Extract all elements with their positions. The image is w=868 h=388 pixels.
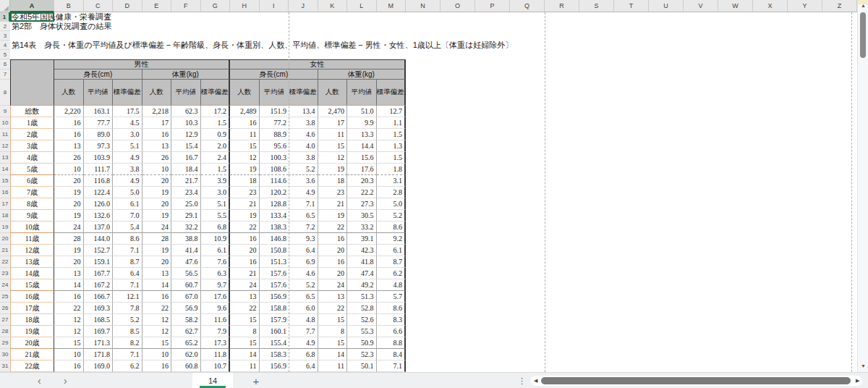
table-cell[interactable]: 6.5 xyxy=(289,291,318,303)
table-cell[interactable]: 12.9 xyxy=(171,129,201,140)
table-header-measure-5[interactable]: 標準偏差 xyxy=(201,80,231,106)
vertical-scrollbar-thumb[interactable] xyxy=(860,12,866,58)
table-cell[interactable]: 169.3 xyxy=(84,303,114,314)
table-cell[interactable]: 6.2 xyxy=(113,360,142,372)
table-cell[interactable]: 13 xyxy=(230,291,260,303)
table-cell[interactable]: 4.6 xyxy=(289,129,318,140)
table-cell[interactable]: 6.8 xyxy=(201,222,231,233)
table-cell[interactable]: 157.6 xyxy=(260,268,289,279)
table-cell[interactable]: 15 xyxy=(230,337,260,349)
table-cell[interactable]: 95.6 xyxy=(260,140,289,152)
table-cell[interactable]: 8.7 xyxy=(113,256,142,268)
table-cell[interactable]: 8 xyxy=(318,326,348,337)
table-cell[interactable]: 41.4 xyxy=(171,245,201,256)
table-cell[interactable]: 12 xyxy=(142,326,172,337)
table-cell[interactable]: 159.1 xyxy=(84,256,114,268)
table-cell[interactable]: 5.2 xyxy=(289,279,318,291)
table-cell[interactable]: 2,470 xyxy=(318,106,348,117)
row-header-7[interactable]: 7 xyxy=(0,69,10,80)
table-cell[interactable]: 157.6 xyxy=(260,279,289,291)
table-cell[interactable]: 1.5 xyxy=(201,164,231,175)
row-header-9[interactable]: 9 xyxy=(0,106,10,117)
table-cell[interactable]: 9.9 xyxy=(347,117,377,129)
column-header-S[interactable]: S xyxy=(579,0,614,12)
table-cell[interactable]: 11 xyxy=(318,360,348,372)
table-cell[interactable]: 137.0 xyxy=(84,222,114,233)
table-cell[interactable]: 47.6 xyxy=(171,256,201,268)
table-cell[interactable]: 5.7 xyxy=(377,291,407,303)
table-cell[interactable]: 2,220 xyxy=(54,106,84,117)
table-header-measure-9[interactable]: 人数 xyxy=(318,80,348,106)
table-cell[interactable]: 11 xyxy=(318,129,348,140)
row-header-24[interactable]: 24 xyxy=(0,279,10,291)
table-cell[interactable]: 49.2 xyxy=(347,279,377,291)
table-cell[interactable]: 5.1 xyxy=(113,140,142,152)
table-cell[interactable]: 6.3 xyxy=(201,268,231,279)
table-cell[interactable]: 15 xyxy=(318,140,348,152)
table-cell[interactable]: 17.6 xyxy=(201,291,231,303)
table-cell[interactable]: 5.2 xyxy=(113,314,142,326)
table-cell[interactable]: 60.7 xyxy=(171,279,201,291)
table-cell[interactable]: 11 xyxy=(230,360,260,372)
table-cell[interactable]: 15 xyxy=(142,337,172,349)
table-cell[interactable]: 15.6 xyxy=(347,152,377,164)
row-header-19[interactable]: 19 xyxy=(0,222,10,233)
table-cell[interactable]: 2.8 xyxy=(377,187,407,198)
table-cell[interactable]: 20 xyxy=(318,245,348,256)
table-cell[interactable]: 16 xyxy=(230,256,260,268)
table-cell[interactable]: 10.9 xyxy=(201,233,231,245)
table-cell[interactable]: 3.8 xyxy=(113,164,142,175)
table-cell[interactable]: 151.3 xyxy=(260,256,289,268)
table-cell[interactable]: 16 xyxy=(54,291,84,303)
table-cell[interactable]: 21 xyxy=(318,198,348,210)
table-header-measure-8[interactable]: 標準偏差 xyxy=(289,80,318,106)
table-cell[interactable]: 18.4 xyxy=(171,164,201,175)
table-cell[interactable]: 120.2 xyxy=(260,187,289,198)
table-cell[interactable]: 16.7 xyxy=(171,152,201,164)
table-cell[interactable]: 3.0 xyxy=(201,187,231,198)
table-cell[interactable]: 21 xyxy=(230,268,260,279)
table-cell[interactable]: 77.2 xyxy=(260,117,289,129)
table-cell[interactable]: 8.5 xyxy=(113,326,142,337)
column-header-L[interactable]: L xyxy=(347,0,377,12)
table-header-measure-2[interactable]: 標準偏差 xyxy=(113,80,142,106)
table-cell[interactable]: 7.6 xyxy=(201,256,231,268)
table-cell[interactable]: 8.6 xyxy=(113,233,142,245)
table-cell[interactable]: 160.1 xyxy=(260,326,289,337)
table-cell[interactable]: 20 xyxy=(142,175,172,187)
table-cell[interactable]: 50.9 xyxy=(347,337,377,349)
table-cell[interactable]: 19 xyxy=(54,187,84,198)
table-cell[interactable]: 33.2 xyxy=(347,222,377,233)
table-cell[interactable]: 19 xyxy=(230,164,260,175)
row-header-21[interactable]: 21 xyxy=(0,245,10,256)
table-cell[interactable]: 50.1 xyxy=(347,360,377,372)
row-header-28[interactable]: 28 xyxy=(0,326,10,337)
table-header-measure-6[interactable]: 人数 xyxy=(230,80,260,106)
row-label-cell[interactable]: 21歳 xyxy=(10,349,54,360)
table-cell[interactable]: 52.6 xyxy=(347,314,377,326)
column-header-U[interactable]: U xyxy=(649,0,684,12)
scroll-right-icon[interactable]: ▶ xyxy=(856,376,859,386)
table-cell[interactable]: 8.6 xyxy=(377,303,407,314)
table-cell[interactable]: 156.9 xyxy=(260,360,289,372)
table-cell[interactable]: 100.3 xyxy=(260,152,289,164)
table-cell[interactable]: 4.8 xyxy=(377,279,407,291)
table-cell[interactable]: 8.7 xyxy=(377,256,407,268)
row-label-cell[interactable]: 11歳 xyxy=(10,233,54,245)
table-cell[interactable]: 8.8 xyxy=(377,337,407,349)
row-header-26[interactable]: 26 xyxy=(0,303,10,314)
table-cell[interactable]: 21.7 xyxy=(171,175,201,187)
table-cell[interactable]: 97.3 xyxy=(84,140,114,152)
table-cell[interactable]: 14 xyxy=(230,349,260,360)
row-header-17[interactable]: 17 xyxy=(0,198,10,210)
table-header-weight-male[interactable]: 体重(kg) xyxy=(142,69,231,80)
table-cell[interactable]: 12 xyxy=(54,326,84,337)
table-cell[interactable]: 65.2 xyxy=(171,337,201,349)
table-cell[interactable]: 0.9 xyxy=(201,129,231,140)
table-cell[interactable]: 17.3 xyxy=(201,337,231,349)
table-cell[interactable]: 16 xyxy=(142,291,172,303)
table-cell[interactable]: 16 xyxy=(142,360,172,372)
table-cell[interactable]: 10 xyxy=(54,164,84,175)
table-cell[interactable]: 16 xyxy=(142,129,172,140)
table-cell[interactable]: 77.7 xyxy=(84,117,114,129)
